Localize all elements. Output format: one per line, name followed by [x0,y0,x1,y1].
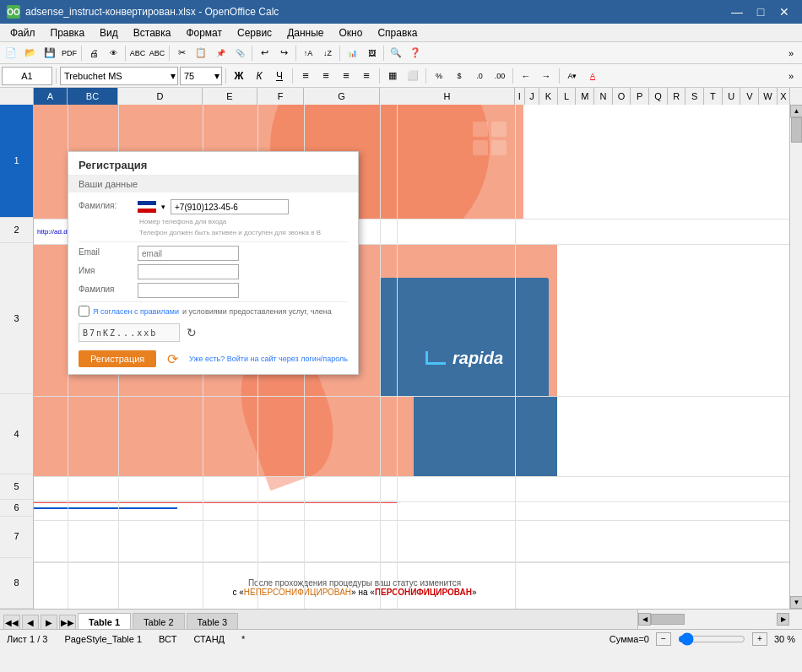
col-header-r[interactable]: R [668,88,686,105]
paste-special-button[interactable]: 📎 [230,44,249,62]
spell-check-button[interactable]: ABC [128,44,147,62]
col-header-p[interactable]: P [631,88,649,105]
decrease-decimal-button[interactable]: .00 [490,67,509,85]
col-header-i[interactable]: I [515,88,525,105]
col-header-k[interactable]: K [539,88,558,105]
close-button[interactable]: ✕ [773,3,795,20]
tab-nav-prev[interactable]: ◀ [22,615,39,629]
borders-button[interactable]: ▦ [383,67,402,85]
row-header-5[interactable]: 5 [0,474,33,500]
registration-modal[interactable]: Регистрация Ваши данные Фамилия: [68,151,359,375]
toolbar2-expand[interactable]: » [782,67,800,85]
redo-button[interactable]: ↪ [274,44,293,62]
chart-button[interactable]: 📊 [343,44,361,62]
menu-data[interactable]: Данные [280,24,330,41]
new-button[interactable]: 📄 [2,44,20,62]
toolbar-expand[interactable]: » [782,44,800,62]
col-header-f[interactable]: F [257,88,304,105]
scroll-down-button[interactable]: ▼ [790,596,802,609]
save-as-button[interactable]: PDF [60,44,79,62]
col-header-j[interactable]: J [525,88,539,105]
corner-cell[interactable] [0,88,34,105]
spell-check2-button[interactable]: ABC [148,44,166,62]
modal-login-link[interactable]: Уже есть? Войти на сайт через логин/паро… [189,355,348,363]
col-header-m[interactable]: M [576,88,594,105]
align-center-button[interactable]: ≡ [317,67,335,85]
horizontal-scrollbar[interactable]: ◀ ▶ [637,610,789,629]
undo-button[interactable]: ↩ [255,44,274,62]
currency-button[interactable]: $ [450,67,469,85]
modal-phone-input[interactable] [171,199,289,214]
modal-surname-input[interactable] [138,283,239,298]
open-button[interactable]: 📂 [21,44,40,62]
indent-dec-button[interactable]: ← [517,67,535,85]
insert-image-button[interactable]: 🖼 [362,44,381,62]
minimize-button[interactable]: — [726,3,748,20]
row-header-1[interactable]: 1 [0,105,33,218]
menu-file[interactable]: Файл [3,24,42,41]
number-format-button[interactable]: % [430,67,448,85]
zoom-in-button[interactable]: + [752,632,767,646]
col-header-g[interactable]: G [304,88,380,105]
modal-email-input[interactable] [138,246,239,261]
increase-decimal-button[interactable]: .0 [470,67,489,85]
row-header-7[interactable]: 7 [0,517,33,559]
row-header-3[interactable]: 3 [0,243,33,394]
sheet-tab-1[interactable]: Table 1 [78,613,131,629]
indent-inc-button[interactable]: → [537,67,555,85]
zoom-out-button[interactable]: − [656,632,671,646]
preview-button[interactable]: 👁 [104,44,122,62]
print-button[interactable]: 🖨 [84,44,103,62]
font-size-arrow[interactable]: ▾ [213,70,221,82]
col-header-h[interactable]: H [380,88,515,105]
scroll-left-button[interactable]: ◀ [638,613,651,626]
col-header-o[interactable]: O [613,88,631,105]
tab-nav-last[interactable]: ▶▶ [59,615,76,629]
vertical-scrollbar[interactable]: ▲ ▼ [789,105,802,609]
italic-button[interactable]: К [250,67,268,85]
row-header-4[interactable]: 4 [0,394,33,474]
modal-name-input[interactable] [138,264,239,279]
col-header-d[interactable]: D [118,88,203,105]
scroll-thumb[interactable] [791,117,802,143]
col-header-s[interactable]: S [685,88,704,105]
copy-button[interactable]: 📋 [192,44,210,62]
save-button[interactable]: 💾 [41,44,59,62]
row-header-6[interactable]: 6 [0,500,33,517]
font-color-button[interactable]: A [583,67,602,85]
sheet-tab-3[interactable]: Table 3 [187,613,238,629]
font-size-dropdown[interactable]: 75 ▾ [180,67,222,85]
paste-button[interactable]: 📌 [211,44,230,62]
sort-asc-button[interactable]: ↑A [299,44,317,62]
cell-ref-box[interactable] [2,67,52,85]
tab-nav-next[interactable]: ▶ [41,615,57,629]
menu-insert[interactable]: Вставка [127,24,178,41]
font-name-arrow[interactable]: ▾ [169,70,177,82]
sort-desc-button[interactable]: ↓Z [318,44,337,62]
window-controls[interactable]: — □ ✕ [726,3,795,20]
scroll-right-button[interactable]: ▶ [777,613,789,626]
col-header-x[interactable]: X [778,88,789,105]
menu-edit[interactable]: Правка [44,24,92,41]
bg-color-button[interactable]: A▾ [563,67,582,85]
align-right-button[interactable]: ≡ [337,67,355,85]
col-header-q[interactable]: Q [649,88,668,105]
col-header-e[interactable]: E [203,88,257,105]
sheet-tab-2[interactable]: Table 2 [133,613,184,629]
cut-button[interactable]: ✂ [172,44,191,62]
row-header-2[interactable]: 2 [0,218,33,243]
menu-window[interactable]: Окно [332,24,369,41]
font-name-dropdown[interactable]: Trebuchet MS ▾ [60,67,178,85]
help-button[interactable]: ❓ [406,44,425,62]
align-left-button[interactable]: ≡ [296,67,315,85]
menu-format[interactable]: Формат [179,24,229,41]
col-header-t[interactable]: T [704,88,723,105]
menu-help[interactable]: Справка [371,24,424,41]
menu-tools[interactable]: Сервис [230,24,279,41]
find-button[interactable]: 🔍 [387,44,405,62]
modal-terms-checkbox[interactable] [79,306,89,317]
col-header-a[interactable]: A [34,88,68,105]
modal-submit-button[interactable]: Регистрация [79,350,156,367]
col-header-bc[interactable]: BC [68,88,118,105]
scroll-track[interactable] [790,117,802,596]
